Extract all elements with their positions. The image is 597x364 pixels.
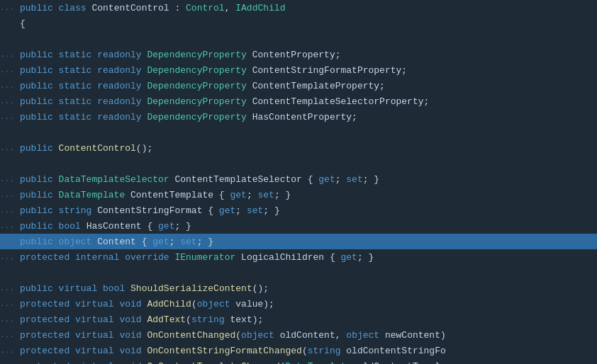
code-line: ...public DataTemplate ContentTemplate {…	[0, 187, 597, 203]
code-line: ...protected internal override IEnumerat…	[0, 249, 597, 265]
code-line: ...protected virtual void OnContentTempl…	[0, 358, 597, 364]
code-line: ...protected virtual void OnContentChang…	[0, 327, 597, 343]
line-gutter: ...	[0, 222, 20, 230]
code-line: {	[0, 16, 597, 31]
code-line: ...public class ContentControl : Control…	[0, 0, 597, 16]
line-text: public static readonly DependencyPropert…	[20, 96, 429, 107]
line-gutter: ...	[0, 284, 20, 292]
line-text: public static readonly DependencyPropert…	[20, 112, 357, 123]
line-gutter: ...	[0, 50, 20, 59]
code-line: ...public static readonly DependencyProp…	[0, 93, 597, 109]
code-editor: ...public class ContentControl : Control…	[0, 0, 597, 364]
line-gutter: ...	[0, 237, 20, 246]
code-line: ...protected virtual void OnContentStrin…	[0, 343, 597, 358]
code-line: ...protected virtual void AddChild(objec…	[0, 296, 597, 312]
line-text: protected virtual void OnContentTemplate…	[20, 361, 446, 365]
line-gutter: ...	[0, 331, 20, 339]
code-line	[0, 125, 597, 140]
line-gutter: ...	[0, 113, 20, 121]
line-gutter: ...	[0, 81, 20, 90]
code-line	[0, 156, 597, 171]
code-line: ...public DataTemplateSelector ContentTe…	[0, 171, 597, 187]
code-line: ...public object Content { get; set; }	[0, 234, 597, 249]
line-gutter: ...	[0, 315, 20, 324]
line-gutter: ...	[0, 190, 20, 199]
line-gutter: ...	[0, 300, 20, 308]
code-line	[0, 265, 597, 280]
line-text: protected virtual void OnContentStringFo…	[20, 346, 446, 356]
code-line: ...public static readonly DependencyProp…	[0, 109, 597, 125]
code-line: ...public virtual bool ShouldSerializeCo…	[0, 280, 597, 296]
code-line: ...protected virtual void AddText(string…	[0, 312, 597, 327]
line-text: protected virtual void AddText(string te…	[20, 314, 263, 325]
code-line: ...public static readonly DependencyProp…	[0, 78, 597, 93]
line-text: public string ContentStringFormat { get;…	[20, 205, 280, 216]
line-text: public bool HasContent { get; }	[20, 221, 191, 232]
line-gutter: ...	[0, 97, 20, 106]
line-gutter: ...	[0, 144, 20, 152]
code-line: ...public static readonly DependencyProp…	[0, 47, 597, 62]
line-text: public static readonly DependencyPropert…	[20, 81, 385, 91]
line-gutter: ...	[0, 4, 20, 12]
line-gutter: ...	[0, 253, 20, 261]
line-gutter: ...	[0, 175, 20, 183]
line-text: public static readonly DependencyPropert…	[20, 65, 407, 76]
line-text: protected internal override IEnumerator …	[20, 252, 374, 263]
line-text: public class ContentControl : Control, I…	[20, 3, 285, 13]
line-gutter: ...	[0, 206, 20, 215]
code-line: ...public ContentControl();	[0, 140, 597, 156]
line-text: public object Content { get; set; }	[20, 237, 213, 247]
line-text: public DataTemplate ContentTemplate { ge…	[20, 190, 291, 200]
line-text: {	[20, 18, 26, 29]
line-text: protected virtual void OnContentChanged(…	[20, 330, 446, 341]
line-text: public DataTemplateSelector ContentTempl…	[20, 174, 379, 185]
line-text: public static readonly DependencyPropert…	[20, 50, 341, 60]
code-line: ...public static readonly DependencyProp…	[0, 62, 597, 78]
line-text: protected virtual void AddChild(object v…	[20, 299, 274, 309]
code-line: ...public string ContentStringFormat { g…	[0, 203, 597, 218]
line-text: public ContentControl();	[20, 143, 152, 154]
line-gutter: ...	[0, 346, 20, 355]
line-gutter: ...	[0, 66, 20, 74]
line-text: public virtual bool ShouldSerializeConte…	[20, 283, 269, 294]
code-line: ...public bool HasContent { get; }	[0, 218, 597, 234]
code-line	[0, 31, 597, 47]
